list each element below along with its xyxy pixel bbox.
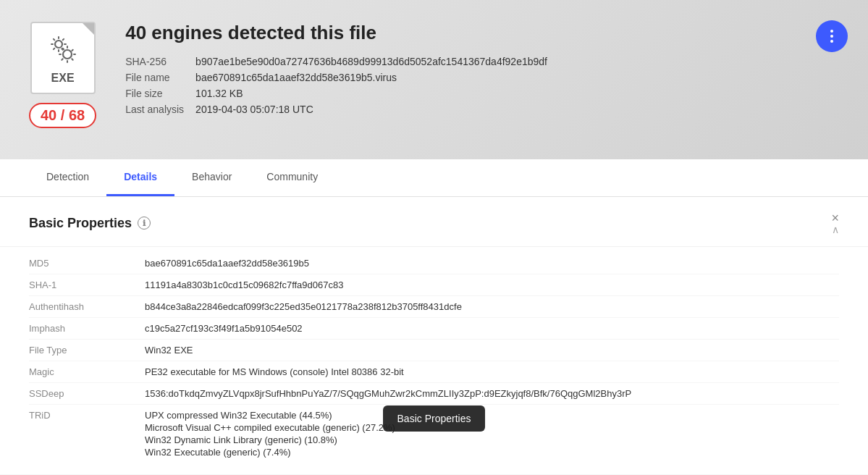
filesize-label: File size [125,88,184,99]
exe-label: EXE [51,72,75,85]
svg-point-1 [63,50,72,59]
filename-label: File name [125,72,184,83]
tab-detection[interactable]: Detection [29,159,106,196]
lastanalysis-label: Last analysis [125,104,184,115]
tab-details[interactable]: Details [106,159,174,196]
sha256-value: b907ae1be5e90d0a72747636b4689d99913d6d50… [195,56,839,67]
prop-value: bae670891c65da1aaef32dd58e3619b5 [145,258,839,269]
properties-title: Basic Properties ℹ [29,216,151,231]
trid-line: Microsoft Visual C++ compiled executable… [145,422,839,433]
score-badge: 40 / 68 [29,103,96,128]
header-section: EXE 40 / 68 40 engines detected this fil… [0,0,868,159]
prop-key: SSDeep [29,388,145,399]
prop-key: Imphash [29,323,145,334]
sha256-label: SHA-256 [125,56,184,67]
dot2 [830,35,833,38]
collapse-button[interactable]: × ∧ [831,211,839,235]
prop-key: SHA-1 [29,279,145,290]
prop-value: c19c5a27cf193c3f49f1a5b91054e502 [145,323,839,334]
prop-row: TRiDUPX compressed Win32 Executable (44.… [29,405,839,463]
info-icon[interactable]: ℹ [138,217,151,230]
prop-value: UPX compressed Win32 Executable (44.5%)M… [145,410,839,458]
prop-value: Win32 EXE [145,345,839,356]
lastanalysis-value: 2019-04-03 05:07:18 UTC [195,104,839,115]
properties-table: MD5bae670891c65da1aaef32dd58e3619b5SHA-1… [0,247,868,474]
prop-row: Authentihashb844ce3a8a22846edcaf099f3c22… [29,296,839,318]
prop-value: 11191a4a8303b1c0cd15c09682fc7ffa9d067c83 [145,279,839,290]
prop-row: SSDeep1536:doTkdqZmvyZLVqpx8jrSufHhbnPuY… [29,383,839,405]
prop-key: Authentihash [29,301,145,312]
prop-value: 1536:doTkdqZmvyZLVqpx8jrSufHhbnPuYaZ/7/S… [145,388,839,399]
collapse-icon-top: × [831,211,839,224]
file-title: 40 engines detected this file [125,22,839,44]
content-section: Basic Properties ℹ × ∧ MD5bae670891c65da… [0,197,868,474]
prop-key: File Type [29,345,145,356]
prop-key: Magic [29,366,145,377]
prop-row: SHA-111191a4a8303b1c0cd15c09682fc7ffa9d0… [29,274,839,296]
prop-row: MagicPE32 executable for MS Windows (con… [29,361,839,383]
file-icon-container: EXE 40 / 68 [29,22,96,128]
file-icon: EXE [30,22,96,94]
file-info: 40 engines detected this file SHA-256 b9… [125,22,839,115]
filesize-value: 101.32 KB [195,88,839,99]
tab-community[interactable]: Community [249,159,335,196]
tab-behavior[interactable]: Behavior [174,159,249,196]
prop-row: MD5bae670891c65da1aaef32dd58e3619b5 [29,253,839,274]
dot3 [830,40,833,43]
properties-title-text: Basic Properties [29,216,132,231]
tabs-section: Detection Details Behavior Community [0,159,868,197]
trid-line: Win32 Executable (generic) (7.4%) [145,447,839,458]
trid-line: UPX compressed Win32 Executable (44.5%) [145,410,839,421]
dot1 [830,30,833,33]
more-options-button[interactable] [816,20,848,52]
meta-table: SHA-256 b907ae1be5e90d0a72747636b4689d99… [125,56,839,115]
trid-line: Win32 Dynamic Link Library (generic) (10… [145,434,839,445]
prop-value: b844ce3a8a22846edcaf099f3c225ed35e012177… [145,301,839,312]
prop-row: Imphashc19c5a27cf193c3f49f1a5b91054e502 [29,318,839,340]
prop-key: MD5 [29,258,145,269]
filename-value: bae670891c65da1aaef32dd58e3619b5.virus [195,72,839,83]
collapse-icon-bottom: ∧ [832,224,839,235]
prop-key: TRiD [29,410,145,458]
gear-icon [44,31,82,69]
prop-value: PE32 executable for MS Windows (console)… [145,366,839,377]
svg-point-0 [55,41,62,48]
prop-row: File TypeWin32 EXE [29,340,839,361]
properties-header: Basic Properties ℹ × ∧ [0,197,868,247]
